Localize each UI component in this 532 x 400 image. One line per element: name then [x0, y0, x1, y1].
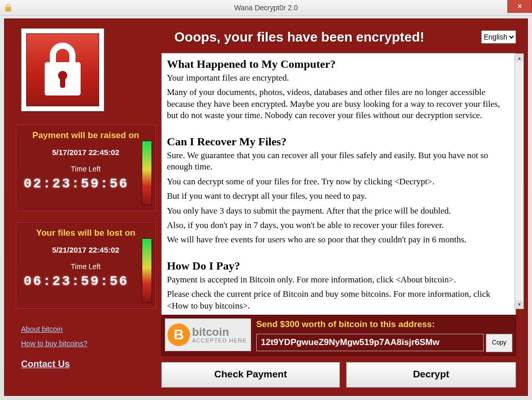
help-links: About bitcoin How to buy bitcoins? Conta… [21, 325, 144, 376]
bitcoin-icon: B [167, 323, 190, 346]
bitcoin-badge: B bitcoin ACCEPTED HERE [165, 318, 251, 351]
panel-date: 5/17/2017 22:45:02 [16, 148, 155, 157]
note-text: Sure. We guarantee that you can recover … [167, 150, 510, 173]
note-text: Also, if you don't pay in 7 days, you wo… [167, 220, 510, 231]
check-payment-button[interactable]: Check Payment [161, 362, 340, 388]
payment-instruction: Send $300 worth of bitcoin to this addre… [256, 319, 435, 330]
app-body: Ooops, your files have been encrypted! E… [4, 18, 528, 396]
time-left-label: Time Left [16, 165, 155, 173]
scroll-up-icon[interactable]: ▴ [515, 54, 523, 62]
note-text: Please check the current price of Bitcoi… [167, 289, 510, 312]
note-text: We will have free events for users who a… [167, 234, 510, 245]
payment-box: B bitcoin ACCEPTED HERE Send $300 worth … [161, 315, 516, 356]
section-heading: What Happened to My Computer? [167, 56, 510, 71]
headline: Ooops, your files have been encrypted! [159, 29, 440, 45]
language-select[interactable]: English [481, 30, 516, 44]
countdown-panel-lost: Your files will be lost on 5/21/2017 22:… [16, 222, 156, 309]
lock-logo-frame [21, 28, 104, 111]
contact-us-link[interactable]: Contact Us [21, 359, 144, 370]
panel-title: Payment will be raised on [16, 130, 155, 141]
window-close-button[interactable]: × [507, 0, 532, 13]
note-text: Your important files are encrypted. [167, 72, 510, 84]
note-text: You can decrypt some of your files for f… [167, 176, 510, 187]
note-text: Payment is accepted in Bitcoin only. For… [167, 274, 510, 285]
ransom-note: What Happened to My Computer? Your impor… [161, 53, 516, 316]
lock-icon [40, 42, 86, 98]
note-text: But if you want to decrypt all your file… [167, 191, 510, 202]
app-window: Wana Decrypt0r 2.0 × Ooops, your files h… [0, 0, 532, 400]
time-left-label: Time Left [16, 262, 155, 271]
note-text: You only have 3 days to submit the payme… [167, 205, 510, 217]
countdown-clock: 02:23:59:56 [16, 176, 155, 192]
section-heading: Can I Recover My Files? [167, 134, 510, 149]
section-heading: How Do I Pay? [167, 258, 510, 273]
progress-meter [142, 141, 152, 205]
decrypt-button[interactable]: Decrypt [346, 362, 516, 388]
window-title: Wana Decrypt0r 2.0 [0, 4, 532, 12]
bitcoin-badge-top: bitcoin [192, 326, 247, 338]
countdown-panel-raise: Payment will be raised on 5/17/2017 22:4… [16, 125, 156, 211]
note-text: Many of your documents, photos, videos, … [167, 87, 510, 121]
scrollbar[interactable]: ▴ ▾ [515, 53, 524, 309]
panel-title: Your files will be lost on [16, 228, 155, 238]
how-to-buy-link[interactable]: How to buy bitcoins? [21, 339, 144, 348]
countdown-clock: 06:23:59:56 [16, 274, 155, 289]
title-bar: Wana Decrypt0r 2.0 × [0, 0, 532, 16]
bitcoin-address-field[interactable]: 12t9YDPgwueZ9NyMgw519p7AA8isjr6SMw [256, 334, 484, 351]
copy-button[interactable]: Copy [486, 334, 512, 352]
bitcoin-badge-bottom: ACCEPTED HERE [192, 338, 247, 344]
about-bitcoin-link[interactable]: About bitcoin [21, 325, 144, 333]
panel-date: 5/21/2017 22:45:02 [16, 245, 155, 254]
scroll-down-icon[interactable]: ▾ [515, 300, 523, 309]
progress-meter [142, 238, 152, 303]
svg-rect-1 [60, 78, 65, 88]
app-icon [3, 3, 13, 13]
lock-logo [26, 33, 99, 106]
